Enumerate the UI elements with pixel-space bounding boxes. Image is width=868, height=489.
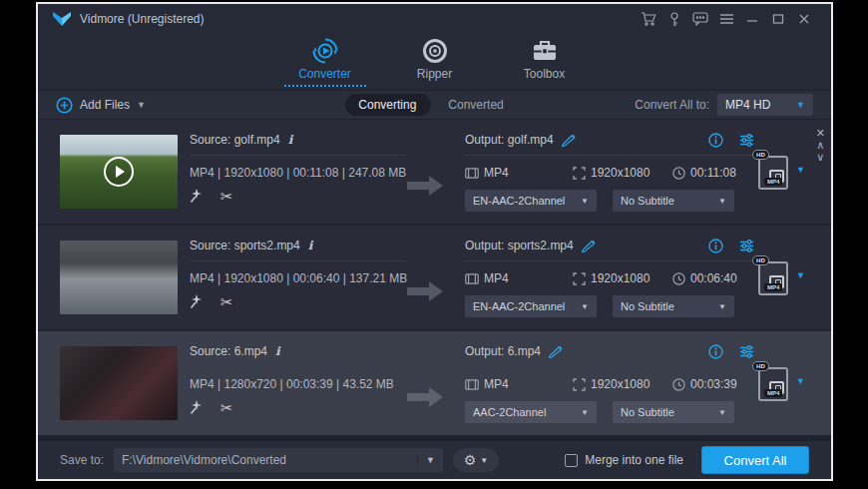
settings-button[interactable]: ⚙ ▼ (453, 448, 499, 472)
add-files-button[interactable]: Add Files ▼ (56, 97, 146, 114)
minimize-button[interactable] (739, 9, 765, 29)
cut-icon[interactable]: ✂ (220, 400, 233, 415)
settings-tune-icon[interactable] (739, 344, 754, 359)
duration-icon (672, 272, 685, 285)
output-format: MP4 (484, 271, 509, 285)
tab-converter-label: Converter (298, 67, 351, 81)
save-to-label: Save to: (60, 453, 104, 467)
audio-track-dropdown[interactable]: EN-AAC-2Channel ▼ (465, 295, 597, 317)
edit-wand-icon[interactable] (190, 294, 205, 309)
profile-format-icon[interactable]: MP4 HD (756, 150, 790, 190)
settings-tune-icon[interactable] (739, 239, 754, 253)
profile-caret-icon[interactable]: ▼ (796, 376, 805, 386)
convert-all-button[interactable]: Convert All (701, 446, 809, 474)
edit-wand-icon[interactable] (190, 189, 205, 204)
source-name: Source: sports2.mp4 (190, 239, 300, 252)
divider (465, 155, 754, 156)
move-down-icon[interactable]: ∨ (816, 152, 824, 163)
merge-checkbox[interactable] (565, 454, 578, 467)
play-icon[interactable] (104, 157, 134, 187)
subtitle-dropdown[interactable]: No Subtitle ▼ (613, 401, 734, 423)
video-thumbnail[interactable] (60, 135, 178, 209)
audio-track-dropdown[interactable]: EN-AAC-2Channel ▼ (465, 190, 597, 212)
menu-icon[interactable] (713, 9, 739, 29)
info-icon[interactable]: i (308, 239, 313, 252)
info-icon[interactable]: i (275, 344, 280, 358)
tab-converter[interactable]: Converter (284, 38, 366, 87)
rename-icon[interactable] (562, 134, 576, 147)
source-info: MP4 | 1280x720 | 00:03:39 | 43.52 MB (190, 377, 405, 391)
app-title: Vidmore (Unregistered) (80, 12, 205, 26)
maximize-button[interactable] (765, 9, 791, 29)
output-duration: 00:06:40 (690, 271, 737, 285)
source-info: MP4 | 1920x1080 | 00:06:40 | 137.21 MB (190, 271, 405, 285)
chevron-down-icon: ▼ (718, 408, 726, 417)
tab-ripper[interactable]: Ripper (394, 38, 476, 85)
remove-file-icon[interactable]: ✕ (816, 128, 825, 139)
resolution-icon (573, 378, 586, 391)
profile-caret-icon[interactable]: ▼ (796, 270, 805, 280)
vidmore-logo-icon (52, 11, 72, 27)
video-thumbnail[interactable] (60, 346, 178, 420)
audio-track-dropdown[interactable]: AAC-2Channel ▼ (465, 401, 597, 423)
subtitle-dropdown[interactable]: No Subtitle ▼ (613, 190, 734, 212)
close-button[interactable] (791, 9, 817, 29)
arrow-right-icon (407, 386, 443, 408)
output-duration: 00:11:08 (690, 166, 736, 180)
chevron-down-icon: ▼ (581, 197, 589, 206)
output-format-dropdown[interactable]: MP4 HD ▼ (717, 94, 813, 116)
profile-format-icon[interactable]: MP4 HD (756, 361, 790, 401)
info-icon[interactable]: i (288, 133, 293, 147)
file-row[interactable]: Source: 6.mp4 i MP4 | 1280x720 | 00:03:3… (38, 331, 831, 435)
divider (190, 366, 405, 367)
cart-icon[interactable] (636, 9, 661, 29)
resolution-icon (573, 272, 586, 285)
output-info-icon[interactable] (708, 239, 723, 253)
settings-tune-icon[interactable] (739, 133, 754, 148)
toolbox-icon (532, 38, 558, 64)
output-name[interactable]: Output: 6.mp4 (465, 344, 541, 358)
output-resolution: 1920x1080 (591, 271, 650, 285)
converting-tab[interactable]: Converting (344, 94, 430, 116)
edit-wand-icon[interactable] (190, 400, 205, 415)
converted-tab[interactable]: Converted (434, 94, 517, 116)
merge-option[interactable]: Merge into one file (565, 453, 683, 467)
output-name[interactable]: Output: golf.mp4 (465, 133, 554, 147)
add-files-caret-icon[interactable]: ▼ (137, 100, 146, 110)
merge-label: Merge into one file (585, 453, 683, 467)
feedback-icon[interactable] (687, 9, 713, 29)
profile-caret-icon[interactable]: ▼ (796, 165, 805, 175)
hd-badge: HD (752, 255, 769, 265)
add-icon (56, 97, 73, 114)
app-window: Vidmore (Unregistered) (36, 2, 833, 481)
cut-icon[interactable]: ✂ (220, 294, 233, 309)
tab-toolbox[interactable]: Toolbox (504, 38, 586, 85)
chevron-down-icon: ▼ (480, 456, 488, 465)
output-resolution: 1920x1080 (591, 377, 650, 391)
gear-icon: ⚙ (464, 452, 477, 468)
output-info-icon[interactable] (708, 344, 723, 359)
file-row[interactable]: Source: sports2.mp4 i MP4 | 1920x1080 | … (38, 226, 831, 329)
chevron-down-icon: ▼ (718, 197, 726, 206)
file-row[interactable]: Source: golf.mp4 i MP4 | 1920x1080 | 00:… (38, 120, 831, 224)
resolution-icon (573, 167, 586, 180)
move-up-icon[interactable]: ∧ (816, 140, 824, 151)
output-name[interactable]: Output: sports2.mp4 (465, 239, 574, 252)
video-thumbnail[interactable] (60, 241, 178, 314)
profile-format-icon[interactable]: MP4 HD (756, 255, 790, 295)
arrow-right-icon (407, 175, 443, 197)
path-caret-icon[interactable]: ▼ (417, 455, 443, 465)
rename-icon[interactable] (549, 345, 563, 358)
save-path-input[interactable] (114, 453, 417, 467)
divider (465, 260, 754, 261)
subtitle-dropdown[interactable]: No Subtitle ▼ (613, 295, 734, 317)
divider (190, 260, 405, 261)
source-name: Source: golf.mp4 (190, 133, 280, 147)
key-icon[interactable] (661, 9, 687, 29)
save-path-box: ▼ (114, 448, 443, 472)
output-info-icon[interactable] (708, 133, 723, 148)
rename-icon[interactable] (582, 240, 596, 252)
cut-icon[interactable]: ✂ (220, 189, 233, 204)
converter-icon (312, 38, 338, 64)
chevron-down-icon: ▼ (796, 100, 805, 110)
